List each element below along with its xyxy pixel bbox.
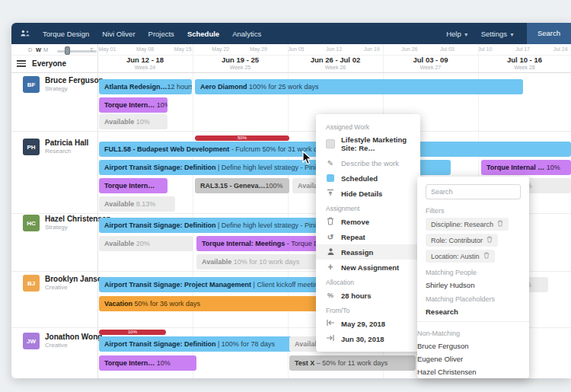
assignment-bar-j2[interactable]: Torque Intern… 10% (99, 355, 196, 371)
popover-group-title: Matching People (426, 269, 521, 276)
menu-item-remove[interactable]: Remove (316, 214, 420, 229)
assignment-bar-h2[interactable]: Available 20% (99, 236, 193, 251)
popover-person-research[interactable]: Research (426, 308, 521, 316)
popover-person-eugene-oliver[interactable]: Eugene Oliver (417, 355, 529, 363)
trash-icon (326, 217, 335, 226)
menu-item-label: Describe the work (341, 159, 399, 167)
top-navbar: Torque DesignNivi OliverProjectsSchedule… (11, 23, 571, 44)
zoom-level-m[interactable]: M (43, 46, 48, 53)
person-row-label[interactable]: JWJonathon WongCreative (23, 333, 102, 349)
menu-item-lifestyle-marketing-site-re[interactable]: Lifestyle Marketing Site: Re… (316, 132, 420, 155)
menu-item-hide-details[interactable]: Hide Details (316, 186, 420, 201)
person-icon (326, 247, 335, 257)
mini-date-label: Jul 03 (440, 46, 455, 52)
avatar: JW (23, 333, 40, 349)
menu-item-reassign[interactable]: Reassign (316, 244, 420, 260)
assignment-bar-j4[interactable]: Test X – 50% for 11 work days (289, 355, 416, 371)
menu-item-28-hours[interactable]: %28 hours (316, 288, 420, 303)
person-text: Jonathon WongCreative (45, 333, 102, 349)
menu-icon[interactable] (17, 59, 26, 69)
zoom-level-w[interactable]: W (36, 46, 41, 53)
person-text: Bruce FergusonStrategy (45, 76, 104, 92)
person-name: Patricia Hall (45, 139, 88, 147)
mini-date-label: Jun 26 (401, 46, 417, 52)
collapse-icon (326, 189, 335, 198)
mini-date-label: Jun 19 (364, 46, 380, 52)
person-row-label[interactable]: BFBruce FergusonStrategy (23, 76, 104, 93)
assignment-bar-b4[interactable]: Available 10% (99, 114, 167, 129)
filter-chip-discipline[interactable]: Discipline: Research (426, 218, 509, 231)
row-separator (11, 131, 571, 132)
plus-icon: + (326, 263, 335, 272)
menu-item-scheduled[interactable]: Scheduled (316, 171, 420, 186)
filter-chip-location[interactable]: Location: Austin (426, 250, 495, 263)
nav-item-torque-design[interactable]: Torque Design (43, 30, 89, 38)
filter-chip-role[interactable]: Role: Contributor (426, 234, 498, 247)
week-range-label: Jun 12 - 18 (97, 56, 193, 64)
week-header: Jul 03 - 09Week 27 (383, 56, 478, 70)
week-number-label: Week 28 (478, 65, 571, 70)
mini-date-label: May 22 (212, 46, 229, 52)
everyone-selector[interactable]: Everyone (17, 55, 66, 72)
popover-person-shirley-hudson[interactable]: Shirley Hudson (426, 281, 521, 289)
nav-item-analytics[interactable]: Analytics (232, 30, 261, 38)
week-range-label: Jun 19 - 25 (193, 56, 288, 64)
assignment-bar-b1[interactable]: Atlanta Redesign…12 hours (99, 79, 192, 94)
menu-item-repeat[interactable]: ↺Repeat (316, 229, 420, 244)
trash-icon[interactable] (483, 252, 490, 260)
menu-item-label: Remove (341, 218, 369, 226)
nav-settings[interactable]: Settings▼ (481, 30, 515, 38)
chevron-down-icon: ▼ (509, 32, 515, 37)
grid-vline (193, 44, 193, 378)
assignment-bar-p4[interactable]: RAL3.15 - Geneva…100% (195, 178, 289, 193)
swatch-gray-icon (326, 139, 335, 148)
nav-help[interactable]: Help▼ (446, 30, 468, 38)
nav-item-nivi-oliver[interactable]: Nivi Oliver (102, 30, 135, 38)
menu-item-may-29-2018[interactable]: May 29, 2018 (316, 316, 420, 331)
person-name: Jonathon Wong (45, 333, 102, 341)
assignment-bar-b2[interactable]: Aero Diamond 100% for 25 work days (195, 79, 523, 94)
assignment-bar-p6[interactable]: Available 8.13% (99, 196, 175, 212)
avatar: BJ (23, 275, 40, 292)
mini-date-row: May 01May 08May 15May 22May 29Jun 05Jun … (97, 44, 571, 55)
zoom-slider-handle[interactable] (65, 46, 70, 55)
grid-vline (97, 44, 98, 378)
date-end-icon (326, 334, 335, 343)
person-row-label[interactable]: HCHazel ChristensenStrategy (23, 215, 111, 231)
person-row-label[interactable]: BJBrooklyn JansenCreative (23, 275, 107, 292)
assignment-bar-b3[interactable]: Torque Intern… 10% (99, 97, 167, 113)
trash-icon[interactable] (486, 236, 493, 244)
menu-item-label: 28 hours (341, 292, 372, 300)
person-role: Strategy (45, 85, 104, 92)
menu-item-new-assignment[interactable]: +New Assignment (316, 260, 420, 275)
popover-person-bruce-ferguson[interactable]: Bruce Ferguson (417, 342, 529, 350)
nav-item-schedule[interactable]: Schedule (187, 30, 219, 38)
avatar: BF (23, 76, 40, 93)
popover-group-title: Matching Placeholders (426, 295, 521, 303)
popover-person-hazel-christensen[interactable]: Hazel Christensen (417, 368, 529, 376)
search-input[interactable] (426, 184, 521, 199)
menu-item-describe-the-work[interactable]: ✎Describe the work (316, 155, 420, 171)
nav-item-projects[interactable]: Projects (148, 30, 174, 38)
search-button[interactable]: Search (527, 23, 571, 44)
week-range-label: Jun 26 - Jul 02 (288, 56, 383, 64)
pencil-icon: ✎ (326, 158, 335, 167)
menu-item-label: May 29, 2018 (341, 320, 385, 328)
menu-item-label: New Assignment (341, 263, 399, 272)
assignment-bar-p7[interactable]: Torque Internal … 10% (481, 160, 571, 175)
filters-label: Filters (426, 207, 521, 215)
zoom-right-label: T (90, 46, 94, 53)
people-grid-icon[interactable] (21, 29, 30, 38)
date-start-icon (326, 319, 335, 328)
mini-date-label: May 08 (136, 46, 154, 52)
week-header: Jul 10 - 16Week 28 (478, 56, 571, 70)
menu-item-jun-30-2018[interactable]: Jun 30, 2018 (316, 331, 420, 346)
mini-date-label: May 29 (250, 46, 267, 52)
header-hline (11, 55, 571, 56)
menu-section-title: Assigned Work (316, 120, 420, 132)
zoom-level-d[interactable]: D (28, 46, 32, 53)
person-row-label[interactable]: PHPatricia HallResearch (23, 139, 88, 155)
everyone-label: Everyone (32, 59, 66, 68)
trash-icon[interactable] (497, 220, 503, 228)
assignment-bar-p3[interactable]: Torque Intern… (99, 178, 167, 193)
